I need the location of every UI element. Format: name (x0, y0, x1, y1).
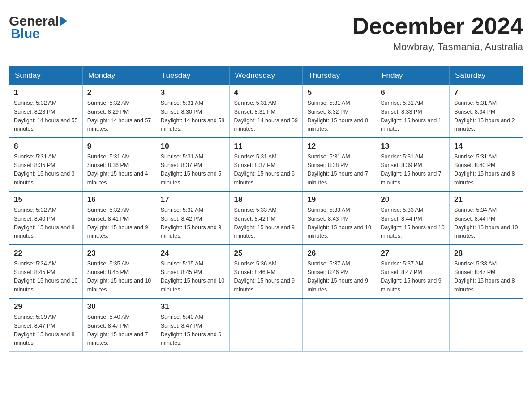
calendar-cell: 16 Sunrise: 5:32 AMSunset: 8:41 PMDaylig… (82, 191, 156, 245)
day-number: 20 (381, 195, 445, 204)
calendar-cell: 4 Sunrise: 5:31 AMSunset: 8:31 PMDayligh… (229, 85, 303, 138)
calendar-cell: 26 Sunrise: 5:37 AMSunset: 8:46 PMDaylig… (303, 245, 376, 299)
day-number: 27 (381, 249, 445, 258)
day-number: 5 (307, 88, 371, 97)
calendar-cell: 12 Sunrise: 5:31 AMSunset: 8:38 PMDaylig… (303, 138, 376, 192)
day-info: Sunrise: 5:39 AMSunset: 8:47 PMDaylight:… (14, 314, 75, 346)
day-info: Sunrise: 5:38 AMSunset: 8:47 PMDaylight:… (454, 261, 515, 293)
day-info: Sunrise: 5:32 AMSunset: 8:29 PMDaylight:… (87, 100, 151, 132)
day-info: Sunrise: 5:32 AMSunset: 8:40 PMDaylight:… (14, 207, 75, 239)
day-info: Sunrise: 5:31 AMSunset: 8:37 PMDaylight:… (161, 154, 222, 186)
day-number: 2 (87, 88, 151, 97)
day-number: 3 (161, 88, 225, 97)
calendar-cell (229, 298, 303, 351)
calendar-cell: 10 Sunrise: 5:31 AMSunset: 8:37 PMDaylig… (156, 138, 229, 192)
day-number: 21 (454, 195, 518, 204)
weekday-header-friday: Friday (376, 67, 450, 85)
calendar-cell: 30 Sunrise: 5:40 AMSunset: 8:47 PMDaylig… (82, 298, 156, 351)
day-info: Sunrise: 5:31 AMSunset: 8:35 PMDaylight:… (14, 154, 75, 186)
calendar-cell: 28 Sunrise: 5:38 AMSunset: 8:47 PMDaylig… (450, 245, 523, 299)
day-number: 19 (307, 195, 371, 204)
weekday-header-saturday: Saturday (450, 67, 523, 85)
calendar-cell: 6 Sunrise: 5:31 AMSunset: 8:33 PMDayligh… (376, 85, 450, 138)
calendar-week-row: 8 Sunrise: 5:31 AMSunset: 8:35 PMDayligh… (9, 138, 523, 192)
day-info: Sunrise: 5:31 AMSunset: 8:32 PMDaylight:… (307, 100, 368, 132)
day-info: Sunrise: 5:40 AMSunset: 8:47 PMDaylight:… (87, 314, 148, 346)
calendar-cell: 7 Sunrise: 5:31 AMSunset: 8:34 PMDayligh… (450, 85, 523, 138)
day-number: 1 (14, 88, 78, 97)
day-info: Sunrise: 5:31 AMSunset: 8:40 PMDaylight:… (454, 154, 515, 186)
day-number: 8 (14, 142, 78, 151)
day-number: 23 (87, 249, 151, 258)
day-info: Sunrise: 5:31 AMSunset: 8:39 PMDaylight:… (381, 154, 442, 186)
day-number: 7 (454, 88, 518, 97)
calendar-cell: 15 Sunrise: 5:32 AMSunset: 8:40 PMDaylig… (9, 191, 83, 245)
day-number: 11 (234, 142, 298, 151)
calendar-week-row: 1 Sunrise: 5:32 AMSunset: 8:28 PMDayligh… (9, 85, 523, 138)
day-number: 12 (307, 142, 371, 151)
day-number: 17 (161, 195, 225, 204)
day-info: Sunrise: 5:34 AMSunset: 8:45 PMDaylight:… (14, 261, 77, 293)
day-number: 6 (381, 88, 445, 97)
day-info: Sunrise: 5:33 AMSunset: 8:43 PMDaylight:… (307, 207, 371, 239)
title-section: December 2024 Mowbray, Tasmania, Austral… (352, 13, 523, 53)
day-info: Sunrise: 5:36 AMSunset: 8:46 PMDaylight:… (234, 261, 295, 293)
day-number: 18 (234, 195, 298, 204)
day-info: Sunrise: 5:31 AMSunset: 8:31 PMDaylight:… (234, 100, 298, 132)
weekday-header-wednesday: Wednesday (229, 67, 303, 85)
calendar-week-row: 29 Sunrise: 5:39 AMSunset: 8:47 PMDaylig… (9, 298, 523, 351)
day-info: Sunrise: 5:31 AMSunset: 8:33 PMDaylight:… (381, 100, 442, 132)
weekday-header-sunday: Sunday (9, 67, 83, 85)
day-number: 9 (87, 142, 151, 151)
day-number: 16 (87, 195, 151, 204)
day-number: 14 (454, 142, 518, 151)
day-number: 4 (234, 88, 298, 97)
day-info: Sunrise: 5:40 AMSunset: 8:47 PMDaylight:… (161, 314, 222, 346)
day-info: Sunrise: 5:32 AMSunset: 8:28 PMDaylight:… (14, 100, 77, 132)
logo-blue-text: Blue (11, 26, 69, 41)
calendar-cell: 3 Sunrise: 5:31 AMSunset: 8:30 PMDayligh… (156, 85, 229, 138)
day-info: Sunrise: 5:35 AMSunset: 8:45 PMDaylight:… (87, 261, 151, 293)
location-subtitle: Mowbray, Tasmania, Australia (352, 41, 523, 53)
day-number: 15 (14, 195, 78, 204)
calendar-cell: 31 Sunrise: 5:40 AMSunset: 8:47 PMDaylig… (156, 298, 229, 351)
calendar-cell: 23 Sunrise: 5:35 AMSunset: 8:45 PMDaylig… (82, 245, 156, 299)
day-info: Sunrise: 5:32 AMSunset: 8:41 PMDaylight:… (87, 207, 148, 239)
calendar-cell: 17 Sunrise: 5:32 AMSunset: 8:42 PMDaylig… (156, 191, 229, 245)
calendar-cell: 1 Sunrise: 5:32 AMSunset: 8:28 PMDayligh… (9, 85, 83, 138)
calendar-week-row: 22 Sunrise: 5:34 AMSunset: 8:45 PMDaylig… (9, 245, 523, 299)
calendar-week-row: 15 Sunrise: 5:32 AMSunset: 8:40 PMDaylig… (9, 191, 523, 245)
calendar-cell: 22 Sunrise: 5:34 AMSunset: 8:45 PMDaylig… (9, 245, 83, 299)
day-info: Sunrise: 5:34 AMSunset: 8:44 PMDaylight:… (454, 207, 518, 239)
calendar-cell: 8 Sunrise: 5:31 AMSunset: 8:35 PMDayligh… (9, 138, 83, 192)
day-info: Sunrise: 5:37 AMSunset: 8:47 PMDaylight:… (381, 261, 442, 293)
weekday-header-tuesday: Tuesday (156, 67, 229, 85)
calendar-cell: 2 Sunrise: 5:32 AMSunset: 8:29 PMDayligh… (82, 85, 156, 138)
calendar-cell: 13 Sunrise: 5:31 AMSunset: 8:39 PMDaylig… (376, 138, 450, 192)
day-info: Sunrise: 5:31 AMSunset: 8:38 PMDaylight:… (307, 154, 368, 186)
weekday-header-thursday: Thursday (303, 67, 376, 85)
calendar-cell: 5 Sunrise: 5:31 AMSunset: 8:32 PMDayligh… (303, 85, 376, 138)
calendar-cell: 25 Sunrise: 5:36 AMSunset: 8:46 PMDaylig… (229, 245, 303, 299)
day-number: 13 (381, 142, 445, 151)
calendar-cell: 27 Sunrise: 5:37 AMSunset: 8:47 PMDaylig… (376, 245, 450, 299)
day-info: Sunrise: 5:33 AMSunset: 8:42 PMDaylight:… (234, 207, 295, 239)
calendar-cell: 9 Sunrise: 5:31 AMSunset: 8:36 PMDayligh… (82, 138, 156, 192)
day-number: 24 (161, 249, 225, 258)
month-title: December 2024 (352, 13, 523, 39)
weekday-header-row: SundayMondayTuesdayWednesdayThursdayFrid… (9, 67, 523, 85)
day-info: Sunrise: 5:37 AMSunset: 8:46 PMDaylight:… (307, 261, 368, 293)
calendar-cell: 14 Sunrise: 5:31 AMSunset: 8:40 PMDaylig… (450, 138, 523, 192)
calendar-cell: 24 Sunrise: 5:35 AMSunset: 8:45 PMDaylig… (156, 245, 229, 299)
day-info: Sunrise: 5:31 AMSunset: 8:36 PMDaylight:… (87, 154, 148, 186)
weekday-header-monday: Monday (82, 67, 156, 85)
day-info: Sunrise: 5:35 AMSunset: 8:45 PMDaylight:… (161, 261, 224, 293)
calendar-cell: 19 Sunrise: 5:33 AMSunset: 8:43 PMDaylig… (303, 191, 376, 245)
day-number: 25 (234, 249, 298, 258)
day-number: 30 (87, 302, 151, 311)
calendar-cell (450, 298, 523, 351)
logo-triangle-icon (60, 17, 68, 26)
day-number: 26 (307, 249, 371, 258)
day-info: Sunrise: 5:31 AMSunset: 8:30 PMDaylight:… (161, 100, 224, 132)
day-info: Sunrise: 5:31 AMSunset: 8:37 PMDaylight:… (234, 154, 295, 186)
